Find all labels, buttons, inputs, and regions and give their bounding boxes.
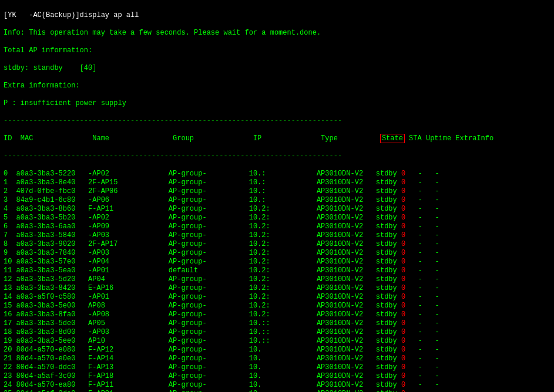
cell-group: AP-group-	[169, 390, 249, 392]
cell-id: 22	[4, 363, 16, 371]
cell-sta: 0	[401, 302, 405, 310]
cell-mac: a0a3-3ba3-8d00	[16, 328, 88, 336]
cell-id: 25	[4, 390, 16, 392]
cell-mac: a0a3-3ba3-5d20	[16, 275, 88, 283]
cell-state: stdby	[376, 258, 401, 266]
cell-mac: a0a3-3ba3-8fa0	[16, 310, 88, 319]
terminal: [YK -AC(Backup)]display ap all Info: Thi…	[0, 0, 554, 392]
cell-mac: 407d-0fbe-fbc0	[16, 187, 88, 195]
cell-type: AP3010DN-V2	[317, 266, 376, 275]
cell-id: 10	[4, 258, 16, 266]
cell-sta: 0	[401, 346, 405, 354]
cell-id: 17	[4, 319, 16, 327]
table-row: 1 a0a3-3ba3-8e40 2F-AP15 AP-group- 10.: …	[4, 178, 550, 187]
cell-state: stdby	[376, 187, 401, 195]
cell-group: AP-group-	[169, 319, 249, 327]
table-row: 23 80d4-a5af-3c00 F-AP18 AP-group- 10. A…	[4, 372, 550, 381]
info-line: Info: This operation may take a few seco…	[4, 29, 550, 38]
cell-mac: a0a3-3ba3-8420	[16, 284, 88, 292]
cell-name: AP10	[88, 337, 169, 345]
cell-ip: 10.2:	[249, 240, 317, 248]
cell-mac: a0a3-3ba3-6aa0	[16, 222, 88, 231]
cell-uptime: -	[418, 346, 435, 354]
cell-uptime: -	[418, 240, 435, 248]
cell-uptime: -	[418, 284, 435, 292]
cell-state: stdby	[376, 354, 401, 363]
cell-extra: -	[435, 363, 439, 371]
cell-uptime: -	[418, 266, 435, 275]
cell-sta: 0	[401, 354, 405, 363]
cell-state: stdby	[376, 310, 401, 319]
cell-extra: -	[435, 284, 439, 292]
cell-name: -AP01	[88, 293, 169, 301]
cell-sta: 0	[401, 240, 405, 248]
cell-state: stdby	[376, 346, 401, 354]
cell-extra: -	[435, 170, 439, 178]
cell-type: AP3010DN-V2	[317, 205, 376, 213]
cell-id: 2	[4, 187, 16, 195]
cell-mac: a0a3-3ba3-5220	[16, 170, 88, 178]
cell-mac: a0a3-3ba3-8b60	[16, 205, 88, 213]
cell-name: -AP03	[88, 249, 169, 257]
cell-group: AP-group-	[169, 354, 249, 363]
cell-mac: a0a3-3ba3-5840	[16, 231, 88, 239]
cell-group: default	[169, 266, 249, 275]
cell-uptime: -	[418, 372, 435, 380]
cell-group: AP-group-	[169, 214, 249, 222]
cell-id: 3	[4, 196, 16, 204]
cell-ip: 10.::	[249, 328, 317, 336]
cell-ip: 10.2:	[249, 231, 317, 239]
cell-mac: 80d4-a570-ea80	[16, 381, 88, 389]
cell-mac: a0a3-3ba3-5de0	[16, 319, 88, 327]
cell-extra: -	[435, 187, 439, 195]
table-row: 14 a0a3-a5f0-c580 -AP01 AP-group- 10.2: …	[4, 293, 550, 302]
table-row: 15 a0a3-3ba3-5e00 AP08 AP-group- 10.2: A…	[4, 302, 550, 310]
cell-mac: 84a9-c4b1-6c80	[16, 196, 88, 204]
cell-sta: 0	[401, 275, 405, 283]
table-row: 2 407d-0fbe-fbc0 2F-AP06 AP-group- 10.: …	[4, 187, 550, 196]
table-row: 4 a0a3-3ba3-8b60 F-AP11 AP-group- 10.2: …	[4, 205, 550, 214]
cell-name: F-AP11	[88, 205, 169, 213]
cell-ip: 10.:	[249, 187, 317, 195]
cell-state: stdby	[376, 390, 401, 392]
cell-name: -AP08	[88, 310, 169, 319]
cell-extra: -	[435, 178, 439, 187]
cell-state: stdby	[376, 266, 401, 275]
cell-mac: a0a3-3ba3-5ea0	[16, 266, 88, 275]
cell-id: 1	[4, 178, 16, 187]
total-header: Total AP information:	[4, 46, 550, 55]
cell-uptime: -	[418, 381, 435, 389]
separator-bottom: ----------------------------------------…	[4, 152, 550, 161]
cell-sta: 0	[401, 222, 405, 231]
cell-id: 4	[4, 205, 16, 213]
extra-info: P : insufficient power supply	[4, 99, 550, 108]
cell-extra: -	[435, 354, 439, 363]
cell-mac: a0a3-3ba3-7840	[16, 249, 88, 257]
cell-type: AP3010DN-V2	[317, 196, 376, 204]
cell-state: stdby	[376, 337, 401, 345]
cell-sta: 0	[401, 372, 405, 380]
cell-extra: -	[435, 346, 439, 354]
cell-type: AP3010DN-V2	[317, 346, 376, 354]
cell-id: 19	[4, 337, 16, 345]
cell-id: 21	[4, 354, 16, 363]
cell-uptime: -	[418, 293, 435, 301]
cell-ip: 10.:	[249, 178, 317, 187]
cell-uptime: -	[418, 319, 435, 327]
cell-group: AP-group-	[169, 240, 249, 248]
table-row: 25 80d4-a5af-3da0 F-AP01 AP-group- 10. A…	[4, 390, 550, 392]
cell-state: stdby	[376, 231, 401, 239]
cell-type: AP3010DN-V2	[317, 302, 376, 310]
cell-extra: -	[435, 337, 439, 345]
cell-id: 13	[4, 284, 16, 292]
cell-sta: 0	[401, 310, 405, 319]
table-row: 6 a0a3-3ba3-6aa0 -AP09 AP-group- 10.2: A…	[4, 222, 550, 231]
cell-type: AP3010DN-V2	[317, 390, 376, 392]
cell-sta: 0	[401, 363, 405, 371]
cell-ip: 10.2:	[249, 302, 317, 310]
separator-top: ----------------------------------------…	[4, 117, 550, 126]
cell-name: -AP06	[88, 196, 169, 204]
cell-extra: -	[435, 302, 439, 310]
cell-extra: -	[435, 372, 439, 380]
cell-type: AP3010DN-V2	[317, 363, 376, 371]
